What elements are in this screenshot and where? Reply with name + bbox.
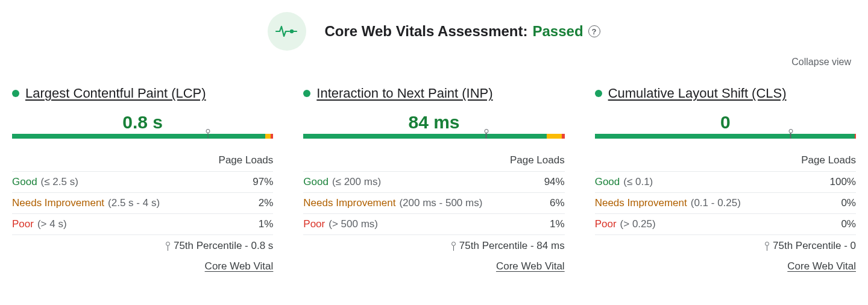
distribution-row-label: Poor(> 0.25) xyxy=(595,218,656,230)
metrics-cards: Largest Contentful Paint (LCP)0.8 sPage … xyxy=(6,86,862,272)
distribution-bar xyxy=(595,134,856,142)
row-label-threshold: (> 0.25) xyxy=(620,218,656,230)
row-label-name: Poor xyxy=(595,218,617,230)
pin-icon xyxy=(765,242,769,251)
collapse-view-link[interactable]: Collapse view xyxy=(791,57,851,67)
percentile-marker xyxy=(206,129,210,139)
row-value: 2% xyxy=(259,197,274,209)
status-dot xyxy=(595,90,602,97)
metric-value: 0.8 s xyxy=(12,112,273,133)
distribution-bar xyxy=(12,134,273,142)
distribution-row-label: Needs Improvement(2.5 s - 4 s) xyxy=(12,197,160,209)
row-label-name: Poor xyxy=(303,218,325,230)
vitals-icon xyxy=(268,12,306,51)
row-value: 6% xyxy=(550,197,565,209)
percentile-text: 75th Percentile - 84 ms xyxy=(459,240,565,252)
distribution-row-label: Good(≤ 0.1) xyxy=(595,176,653,188)
cwv-link-row: Core Web Vital xyxy=(303,260,564,272)
distribution-row: Good(≤ 2.5 s)97% xyxy=(12,171,273,192)
metric-card: Cumulative Layout Shift (CLS)0Page Loads… xyxy=(595,86,856,272)
bar-segment-good xyxy=(12,134,265,139)
page-loads-label: Page Loads xyxy=(595,154,856,166)
row-value: 1% xyxy=(259,218,274,230)
distribution-row: Needs Improvement(200 ms - 500 ms)6% xyxy=(303,192,564,213)
metric-value: 84 ms xyxy=(303,112,564,133)
distribution-bar xyxy=(303,134,564,142)
row-label-name: Needs Improvement xyxy=(12,197,104,209)
percentile-marker xyxy=(788,129,793,139)
metric-title-row: Cumulative Layout Shift (CLS) xyxy=(595,86,856,101)
core-web-vital-link[interactable]: Core Web Vital xyxy=(205,260,274,272)
row-label-name: Poor xyxy=(12,218,34,230)
row-value: 100% xyxy=(830,176,856,188)
core-web-vital-link[interactable]: Core Web Vital xyxy=(787,260,856,272)
metric-title-link[interactable]: Cumulative Layout Shift (CLS) xyxy=(608,86,787,101)
row-label-name: Good xyxy=(595,176,620,188)
title-prefix: Core Web Vitals Assessment: xyxy=(324,23,527,40)
distribution-row-label: Poor(> 500 ms) xyxy=(303,218,378,230)
pin-icon xyxy=(451,242,456,251)
row-label-threshold: (0.1 - 0.25) xyxy=(691,197,741,209)
row-label-threshold: (> 500 ms) xyxy=(329,218,378,230)
distribution-row: Poor(> 0.25)0% xyxy=(595,213,856,234)
row-label-threshold: (200 ms - 500 ms) xyxy=(399,197,482,209)
row-label-name: Good xyxy=(12,176,37,188)
row-label-threshold: (≤ 200 ms) xyxy=(332,176,381,188)
collapse-row: Collapse view xyxy=(6,57,862,68)
distribution-row-label: Good(≤ 2.5 s) xyxy=(12,176,78,188)
help-icon[interactable]: ? xyxy=(588,25,600,37)
core-web-vital-link[interactable]: Core Web Vital xyxy=(496,260,565,272)
row-value: 0% xyxy=(841,218,856,230)
distribution-row-label: Needs Improvement(0.1 - 0.25) xyxy=(595,197,741,209)
row-value: 1% xyxy=(550,218,565,230)
distribution-row: Good(≤ 0.1)100% xyxy=(595,171,856,192)
row-value: 97% xyxy=(253,176,273,188)
row-label-threshold: (≤ 0.1) xyxy=(623,176,653,188)
distribution-row-label: Poor(> 4 s) xyxy=(12,218,67,230)
distribution-row: Poor(> 4 s)1% xyxy=(12,213,273,234)
metric-title-link[interactable]: Largest Contentful Paint (LCP) xyxy=(25,86,206,101)
metric-title-link[interactable]: Interaction to Next Paint (INP) xyxy=(316,86,492,101)
bar-segment-poor xyxy=(855,134,856,139)
row-label-name: Good xyxy=(303,176,329,188)
pin-icon xyxy=(166,242,170,251)
distribution-row: Needs Improvement(0.1 - 0.25)0% xyxy=(595,192,856,213)
percentile-text: 75th Percentile - 0 xyxy=(773,240,856,252)
metric-title-row: Largest Contentful Paint (LCP) xyxy=(12,86,273,101)
assessment-header: Core Web Vitals Assessment: Passed ? xyxy=(6,12,862,51)
row-label-threshold: (≤ 2.5 s) xyxy=(41,176,78,188)
metric-card: Largest Contentful Paint (LCP)0.8 sPage … xyxy=(12,86,273,272)
distribution-row: Good(≤ 200 ms)94% xyxy=(303,171,564,192)
row-label-threshold: (2.5 s - 4 s) xyxy=(108,197,160,209)
title-status: Passed xyxy=(532,23,583,40)
metric-title-row: Interaction to Next Paint (INP) xyxy=(303,86,564,101)
page-loads-label: Page Loads xyxy=(303,154,564,166)
bar-segment-good xyxy=(595,134,855,139)
bar-segment-ni xyxy=(547,134,562,139)
row-value: 0% xyxy=(841,197,856,209)
percentile-text: 75th Percentile - 0.8 s xyxy=(174,240,273,252)
cwv-link-row: Core Web Vital xyxy=(595,260,856,272)
row-value: 94% xyxy=(544,176,565,188)
metric-value: 0 xyxy=(595,112,856,133)
bar-segment-poor xyxy=(271,134,273,139)
row-label-name: Needs Improvement xyxy=(595,197,687,209)
percentile-row: 75th Percentile - 84 ms xyxy=(303,234,564,254)
distribution-row: Poor(> 500 ms)1% xyxy=(303,213,564,234)
assessment-title: Core Web Vitals Assessment: Passed ? xyxy=(324,23,600,40)
percentile-marker xyxy=(484,129,488,139)
page-loads-label: Page Loads xyxy=(12,154,273,166)
row-label-name: Needs Improvement xyxy=(303,197,395,209)
percentile-row: 75th Percentile - 0.8 s xyxy=(12,234,273,254)
percentile-row: 75th Percentile - 0 xyxy=(595,234,856,254)
bar-segment-good xyxy=(303,134,546,139)
bar-segment-poor xyxy=(562,134,564,139)
bar-segment-ni xyxy=(265,134,271,139)
metric-card: Interaction to Next Paint (INP)84 msPage… xyxy=(303,86,564,272)
distribution-row-label: Good(≤ 200 ms) xyxy=(303,176,381,188)
distribution-row: Needs Improvement(2.5 s - 4 s)2% xyxy=(12,192,273,213)
distribution-row-label: Needs Improvement(200 ms - 500 ms) xyxy=(303,197,482,209)
status-dot xyxy=(303,90,310,97)
status-dot xyxy=(12,90,19,97)
row-label-threshold: (> 4 s) xyxy=(37,218,67,230)
